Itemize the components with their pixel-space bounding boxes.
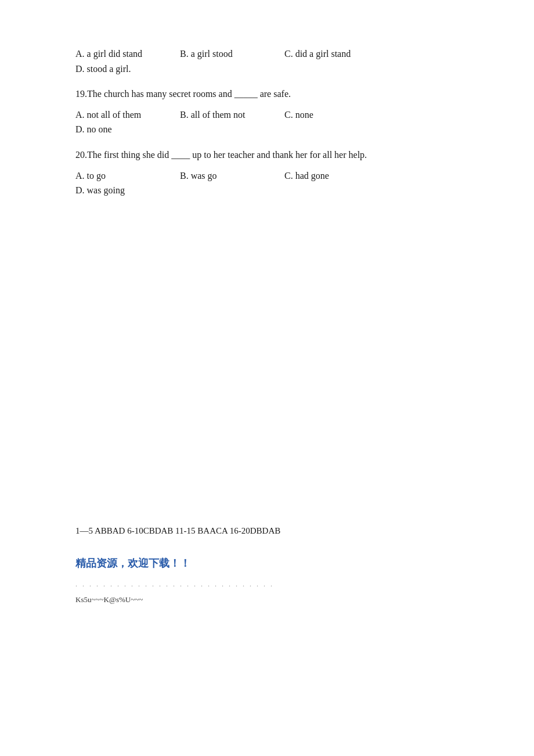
q19-option-d: D. no one [75,122,168,137]
q18-option-d: D. stood a girl. [75,62,168,77]
promo-text: 精品资源，欢迎下载！！ [75,556,459,570]
promo-section: 精品资源，欢迎下载！！ · · · · · · · · · · · · · · … [75,556,459,604]
q20-option-c: C. had gone [284,168,377,183]
q19-option-c: C. none [284,107,377,123]
q20-text: 20.The first thing she did ____ up to he… [75,147,459,163]
q18-option-b: B. a girl stood [180,46,273,62]
dots-line: · · · · · · · · · · · · · · · · · · · · … [75,582,459,591]
q18-options-row: A. a girl did stand B. a girl stood C. d… [75,46,459,76]
q20-option-b: B. was go [180,168,273,183]
answer-line: 1—5 ABBAD 6-10CBDAB 11-15 BAACA 16-20DBD… [75,523,459,539]
question-18-block: A. a girl did stand B. a girl stood C. d… [75,46,459,76]
q20-options-row: A. to go B. was go C. had gone D. was go… [75,168,459,198]
q19-text: 19.The church has many secret rooms and … [75,87,459,102]
q19-option-a: A. not all of them [75,107,168,123]
q19-option-b: B. all of them not [180,107,273,123]
q18-option-c: C. did a girl stand [284,46,377,62]
q20-option-a: A. to go [75,168,168,183]
q18-option-a: A. a girl did stand [75,46,168,62]
answer-section: 1—5 ABBAD 6-10CBDAB 11-15 BAACA 16-20DBD… [75,523,459,539]
question-20-block: 20.The first thing she did ____ up to he… [75,147,459,198]
watermark-text: Ks5u~~~K@s%U~~~ [75,595,459,604]
q20-option-d: D. was going [75,183,168,198]
question-19-block: 19.The church has many secret rooms and … [75,87,459,137]
q19-options-row: A. not all of them B. all of them not C.… [75,107,459,137]
